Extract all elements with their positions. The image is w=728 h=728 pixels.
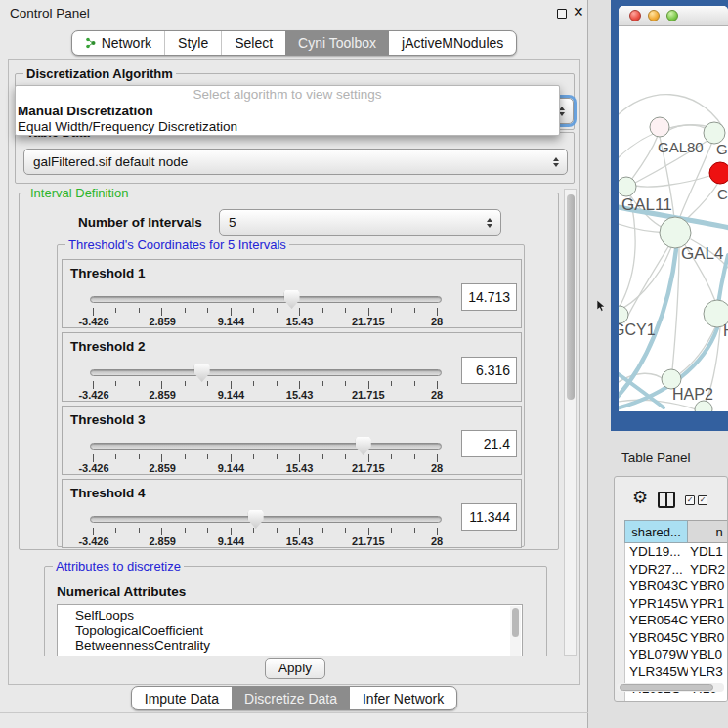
list-item[interactable]: TopologicalCoefficient	[58, 623, 522, 639]
screen: Control Panel ✕ NetworkStyleSelectCyni T…	[0, 0, 728, 728]
minor-tick	[207, 381, 208, 386]
list-item[interactable]: BetweennessCentrality	[58, 638, 522, 654]
threshold-slider-track[interactable]	[90, 516, 442, 523]
traffic-light-zoom-icon[interactable]	[666, 10, 678, 21]
settings-scroll-thumb[interactable]	[567, 194, 575, 400]
major-tick	[437, 454, 438, 462]
float-window-icon[interactable]	[557, 9, 567, 19]
table-horizontal-scrollbar[interactable]	[617, 683, 724, 692]
attributes-list-scroll-thumb[interactable]	[512, 608, 519, 637]
tick-label: 2.859	[149, 462, 176, 474]
network-edge[interactable]	[683, 183, 718, 223]
network-edge[interactable]	[619, 197, 635, 318]
threshold-slider-track[interactable]	[90, 296, 442, 303]
threshold-value-field[interactable]: 14.713	[461, 283, 517, 311]
network-edge[interactable]	[635, 176, 709, 187]
tab-network[interactable]: Network	[72, 31, 164, 55]
network-canvas[interactable]: GAL80G.CGAL11GAL4GCY1HHAP2	[619, 26, 728, 411]
tick-label: 21.715	[352, 389, 385, 401]
popup-placeholder-item[interactable]: Select algorithm to view settings	[16, 87, 559, 104]
network-node-gal80[interactable]	[650, 117, 669, 137]
major-tick	[368, 528, 369, 535]
traffic-light-minimize-icon[interactable]	[648, 10, 660, 21]
table-row[interactable]: YBR045CYBR0	[625, 629, 728, 647]
threshold-value-field[interactable]: 21.4	[461, 430, 517, 457]
checkbox-icon[interactable]: ✓	[698, 495, 707, 505]
thresholds-group-label: Threshold's Coordinates for 5 Intervals	[65, 237, 289, 252]
table-row[interactable]: YDL19...YDL1	[625, 543, 728, 561]
threshold-value-field[interactable]: 11.344	[461, 503, 517, 531]
tab-tab-label: Style	[178, 35, 208, 51]
interval-definition-label: Interval Definition	[27, 189, 131, 200]
bottom-tab-infer-network[interactable]: Infer Network	[350, 687, 456, 709]
table-row[interactable]: YDR27...YDR2	[625, 561, 728, 578]
table-row[interactable]: YBL079WYBL0	[625, 646, 728, 664]
minor-tick	[207, 528, 208, 533]
threshold-slider-track[interactable]	[90, 443, 442, 450]
threshold-slider-thumb[interactable]	[284, 290, 300, 309]
table-hscroll-thumb[interactable]	[620, 684, 713, 691]
cyni-toolbox-panel: Discretization Algorithm Select algorith…	[8, 59, 580, 685]
split-columns-icon[interactable]	[658, 492, 675, 508]
threshold-panel-4: Threshold 4-3.4262.8599.14415.4321.71528…	[62, 479, 522, 548]
settings-vertical-scrollbar[interactable]	[564, 189, 577, 656]
attributes-list-scrollbar[interactable]	[510, 606, 521, 656]
threshold-slider-thumb[interactable]	[356, 437, 371, 455]
network-edge[interactable]	[619, 95, 722, 126]
close-icon[interactable]: ✕	[573, 4, 584, 20]
gear-icon[interactable]: ⚙	[632, 489, 648, 506]
bottom-tab-bar: Impute DataDiscretize DataInfer Network	[0, 686, 588, 710]
table-row[interactable]: YBR043CYBR0	[625, 578, 728, 595]
bottom-tab-tab-label: Discretize Data	[244, 691, 337, 707]
apply-button[interactable]: Apply	[265, 658, 325, 679]
minor-tick	[414, 454, 415, 459]
attributes-group-label: Attributes to discretize	[53, 559, 184, 574]
tick-label: 28	[431, 462, 443, 474]
tab-cyni-toolbox[interactable]: Cyni Toolbox	[285, 31, 389, 55]
table-row[interactable]: YLR345WYLR3	[625, 664, 728, 681]
table-row[interactable]: YPR145WYPR1	[625, 595, 728, 613]
network-edge[interactable]	[679, 327, 715, 374]
threshold-slider-thumb[interactable]	[248, 510, 264, 529]
popup-option-equal-width[interactable]: Equal Width/Frequency Discretization	[16, 119, 559, 136]
network-node-c[interactable]	[709, 162, 728, 184]
tab-select[interactable]: Select	[221, 31, 285, 55]
minor-tick	[115, 381, 116, 386]
threshold-value-field[interactable]: 6.316	[461, 357, 517, 384]
table-row[interactable]: YER054CYER0	[625, 612, 728, 629]
threshold-slider-track[interactable]	[90, 369, 442, 376]
popup-option-manual-discretization[interactable]: Manual Discretization	[16, 104, 559, 120]
traffic-light-close-icon[interactable]	[629, 10, 641, 21]
major-tick	[93, 528, 94, 535]
node-attribute-table: shared...n YDL19...YDL1YDR27...YDR2YBR04…	[624, 520, 728, 702]
tick-label: 9.144	[218, 535, 245, 547]
network-node-gal11[interactable]	[619, 177, 636, 196]
list-item[interactable]: SelfLoops	[58, 608, 522, 623]
number-of-intervals-combobox[interactable]: 5	[219, 209, 501, 236]
top-tab-group: NetworkStyleSelectCyni ToolboxjActiveMNo…	[71, 30, 518, 56]
interval-definition-group: Interval Definition Number of Intervals …	[19, 193, 559, 550]
threshold-label: Threshold 2	[70, 339, 146, 354]
numerical-attributes-label: Numerical Attributes	[57, 584, 186, 599]
bottom-tab-discretize-data[interactable]: Discretize Data	[232, 687, 350, 709]
network-node-label: H	[723, 322, 728, 339]
table-column-header[interactable]: n	[688, 520, 728, 543]
top-tab-bar: NetworkStyleSelectCyni ToolboxjActiveMNo…	[0, 30, 588, 56]
tick-label: 15.43	[286, 389, 314, 401]
minor-tick	[345, 528, 346, 533]
bottom-tab-impute-data[interactable]: Impute Data	[132, 687, 232, 709]
tab-tab-label: jActiveMNodules	[402, 35, 503, 51]
threshold-slider-thumb[interactable]	[194, 364, 210, 382]
network-edge[interactable]	[619, 247, 671, 312]
tick-label: 15.43	[286, 535, 314, 547]
tab-style[interactable]: Style	[164, 31, 221, 55]
minor-tick	[185, 528, 186, 533]
threshold-panel-3: Threshold 3-3.4262.8599.14415.4321.71528…	[62, 406, 522, 475]
tick-label: 21.715	[352, 535, 385, 547]
table-data-combobox[interactable]: galFiltered.sif default node	[23, 149, 568, 175]
table-cell: YBL079W	[625, 646, 688, 664]
checkbox-icon[interactable]: ✓	[685, 495, 695, 505]
tab-jactivemnodules[interactable]: jActiveMNodules	[389, 31, 516, 55]
tick-label: 9.144	[218, 316, 245, 327]
table-column-header[interactable]: shared...	[624, 520, 688, 543]
